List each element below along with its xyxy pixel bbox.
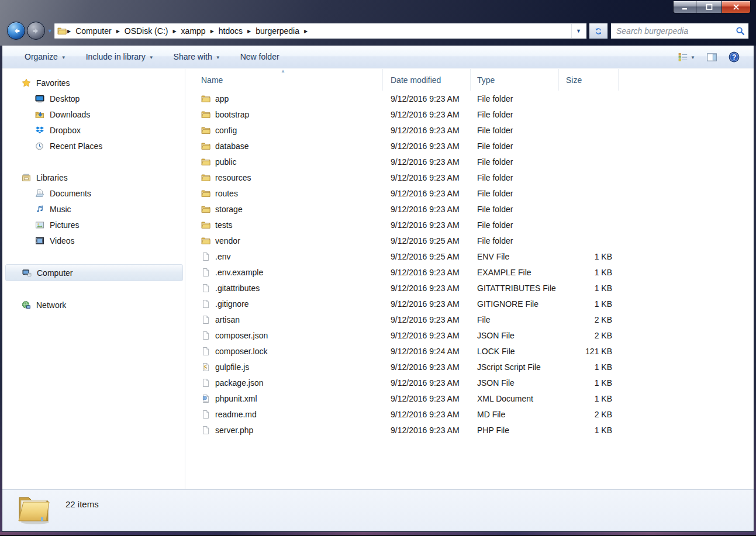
- sidebar-item-network[interactable]: Network: [2, 297, 185, 313]
- toolbar-buttons: Organize▼Include in library▼Share with▼N…: [19, 49, 294, 64]
- toolbar-button-share-with[interactable]: Share with▼: [168, 49, 226, 64]
- file-name: config: [215, 126, 237, 135]
- address-bar[interactable]: ▶Computer▶OSDisk (C:)▶xampp▶htdocs▶burge…: [54, 23, 587, 39]
- toolbar-button-new-folder[interactable]: New folder: [235, 49, 285, 64]
- file-row-config[interactable]: config9/12/2016 9:23 AMFile folder: [185, 122, 754, 138]
- file-size: 1 KB: [559, 283, 619, 293]
- file-type: File folder: [471, 236, 559, 245]
- recent-pages-dropdown-icon[interactable]: ▼: [47, 28, 53, 34]
- file-row-package-json[interactable]: package.json9/12/2016 9:23 AMJSON File1 …: [185, 375, 754, 390]
- search-box[interactable]: [610, 23, 749, 39]
- maximize-button[interactable]: [696, 1, 722, 13]
- file-row-server-php[interactable]: server.php9/12/2016 9:23 AMPHP File1 KB: [185, 422, 754, 438]
- close-button[interactable]: [722, 1, 751, 13]
- column-header-label: Type: [477, 75, 495, 85]
- refresh-icon: [594, 27, 603, 36]
- minimize-button[interactable]: [673, 1, 696, 13]
- breadcrumb-separator-icon[interactable]: ▶: [116, 29, 120, 34]
- sidebar-item-pictures[interactable]: Pictures: [2, 217, 185, 233]
- breadcrumb-separator-icon[interactable]: ▶: [210, 29, 215, 34]
- favorites-star-icon: [22, 78, 31, 88]
- toolbar-button-organize[interactable]: Organize▼: [19, 49, 71, 64]
- xml-file-icon: [201, 394, 210, 403]
- sidebar-item-recent-places[interactable]: Recent Places: [2, 138, 185, 154]
- search-icon[interactable]: [736, 26, 745, 36]
- file-row-artisan[interactable]: artisan9/12/2016 9:23 AMFile2 KB: [185, 312, 754, 327]
- column-header-type[interactable]: Type: [471, 69, 559, 91]
- column-header-date-modified[interactable]: Date modified: [383, 69, 471, 91]
- sidebar-item-label: Music: [50, 205, 71, 214]
- back-button[interactable]: [7, 22, 25, 40]
- change-view-button[interactable]: ▼: [675, 50, 699, 64]
- recent-places-icon: [35, 141, 44, 151]
- file-row-readme-md[interactable]: readme.md9/12/2016 9:23 AMMD File2 KB: [185, 406, 754, 422]
- file-row-bootstrap[interactable]: bootstrap9/12/2016 9:23 AMFile folder: [185, 106, 754, 122]
- sidebar-item-favorites[interactable]: Favorites: [2, 75, 185, 91]
- file-name: resources: [215, 173, 251, 182]
- file-name: .gitattributes: [215, 283, 260, 293]
- file-row-tests[interactable]: tests9/12/2016 9:23 AMFile folder: [185, 217, 754, 233]
- column-header-name[interactable]: Name▲: [185, 69, 383, 91]
- file-row-composer-json[interactable]: composer.json9/12/2016 9:23 AMJSON File2…: [185, 327, 754, 343]
- file-row-database[interactable]: database9/12/2016 9:23 AMFile folder: [185, 138, 754, 154]
- file-row-routes[interactable]: routes9/12/2016 9:23 AMFile folder: [185, 185, 754, 201]
- breadcrumb-segment-xampp[interactable]: xampp: [177, 24, 210, 38]
- file-row-app[interactable]: app9/12/2016 9:23 AMFile folder: [185, 91, 754, 106]
- sort-ascending-icon: ▲: [281, 69, 285, 74]
- file-date-modified: 9/12/2016 9:23 AM: [383, 110, 471, 119]
- breadcrumb-separator-icon[interactable]: ▶: [247, 29, 251, 34]
- file-row-resources[interactable]: resources9/12/2016 9:23 AMFile folder: [185, 170, 754, 185]
- column-header-size[interactable]: Size: [559, 69, 619, 91]
- sidebar-item-dropbox[interactable]: Dropbox: [2, 122, 185, 138]
- details-pane: 22 items: [2, 489, 754, 531]
- file-row-gitignore[interactable]: .gitignore9/12/2016 9:23 AMGITIGNORE Fil…: [185, 296, 754, 312]
- big-folder-icon: [16, 493, 51, 525]
- file-row-vendor[interactable]: vendor9/12/2016 9:25 AMFile folder: [185, 233, 754, 248]
- help-button[interactable]: ?: [725, 49, 743, 65]
- file-type: File: [471, 315, 559, 324]
- search-input[interactable]: [616, 26, 736, 36]
- desktop-icon: [35, 94, 44, 103]
- file-row-storage[interactable]: storage9/12/2016 9:23 AMFile folder: [185, 201, 754, 217]
- forward-button[interactable]: [27, 22, 45, 40]
- address-dropdown-icon[interactable]: ▼: [571, 24, 585, 38]
- file-date-modified: 9/12/2016 9:23 AM: [383, 268, 471, 277]
- sidebar-item-libraries[interactable]: Libraries: [2, 170, 185, 185]
- sidebar-item-documents[interactable]: Documents: [2, 185, 185, 201]
- toolbar-button-include-in-library[interactable]: Include in library▼: [81, 49, 159, 64]
- file-date-modified: 9/12/2016 9:23 AM: [383, 394, 471, 403]
- breadcrumb-segment-osdisk-c[interactable]: OSDisk (C:): [120, 24, 172, 38]
- file-row-env-example[interactable]: .env.example9/12/2016 9:23 AMEXAMPLE Fil…: [185, 264, 754, 280]
- file-name: .env: [215, 252, 230, 261]
- file-name: .gitignore: [215, 299, 249, 309]
- computer-icon: [22, 268, 32, 278]
- refresh-button[interactable]: [589, 23, 608, 39]
- sidebar-item-desktop[interactable]: Desktop: [2, 91, 185, 106]
- file-size: 1 KB: [559, 394, 619, 403]
- folder-icon: [201, 173, 210, 182]
- toolbar-button-label: New folder: [240, 52, 279, 61]
- main-area: FavoritesDesktopDownloadsDropboxRecent P…: [2, 69, 754, 489]
- file-name: .env.example: [215, 268, 263, 277]
- breadcrumb-segment-computer[interactable]: Computer: [71, 24, 115, 38]
- file-row-gitattributes[interactable]: .gitattributes9/12/2016 9:23 AMGITATTRIB…: [185, 280, 754, 296]
- window-border-left: [0, 46, 2, 532]
- file-row-gulpfile-js[interactable]: Sgulpfile.js9/12/2016 9:23 AMJScript Scr…: [185, 359, 754, 375]
- file-row-phpunit-xml[interactable]: phpunit.xml9/12/2016 9:23 AMXML Document…: [185, 390, 754, 406]
- file-row-env[interactable]: .env9/12/2016 9:25 AMENV File1 KB: [185, 248, 754, 264]
- breadcrumb-separator-icon[interactable]: ▶: [303, 29, 308, 34]
- breadcrumb-segment-burgerpedia[interactable]: burgerpedia: [251, 24, 303, 38]
- file-row-composer-lock[interactable]: composer.lock9/12/2016 9:24 AMLOCK File1…: [185, 343, 754, 359]
- sidebar-item-label: Videos: [50, 236, 75, 245]
- preview-pane-button[interactable]: [703, 50, 721, 65]
- breadcrumb-separator-icon[interactable]: ▶: [67, 29, 71, 34]
- sidebar-item-computer[interactable]: Computer: [5, 264, 183, 281]
- sidebar-item-label: Desktop: [50, 94, 80, 103]
- sidebar-item-downloads[interactable]: Downloads: [2, 106, 185, 122]
- sidebar-item-videos[interactable]: Videos: [2, 233, 185, 248]
- breadcrumb-separator-icon[interactable]: ▶: [172, 29, 177, 34]
- title-bar[interactable]: [0, 0, 756, 18]
- breadcrumb-segment-htdocs[interactable]: htdocs: [215, 24, 247, 38]
- file-row-public[interactable]: public9/12/2016 9:23 AMFile folder: [185, 154, 754, 170]
- sidebar-item-music[interactable]: Music: [2, 201, 185, 217]
